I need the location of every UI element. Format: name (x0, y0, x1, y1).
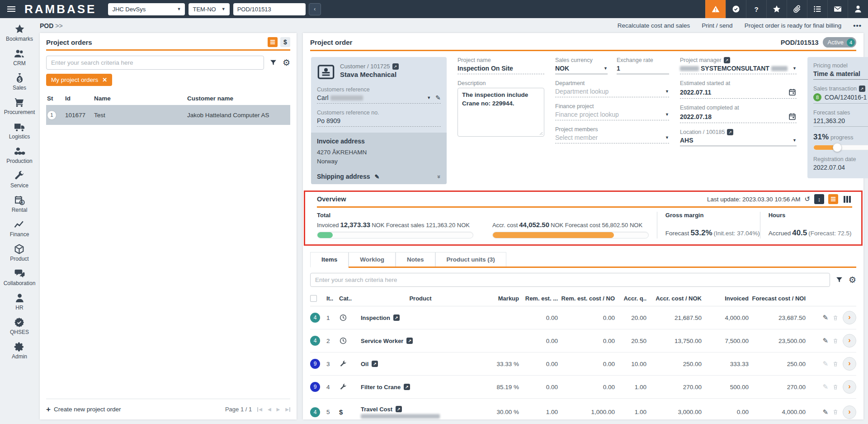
external-link-icon[interactable]: ↗ (727, 129, 733, 135)
sidebar-item-collaboration[interactable]: Collaboration (4, 268, 36, 286)
edit-icon[interactable]: ✎ (822, 360, 828, 368)
trash-icon[interactable] (832, 314, 839, 321)
trash-icon[interactable] (832, 384, 839, 391)
department-lookup[interactable]: Department lookup▼ (555, 88, 669, 97)
edit-icon[interactable]: ✎ (822, 383, 828, 391)
list-view-icon[interactable] (268, 37, 278, 47)
project-manager-select[interactable]: SYSTEMCONSULTANT▼ (680, 65, 797, 74)
mail-icon[interactable] (827, 0, 848, 18)
trash-icon[interactable] (832, 361, 839, 367)
sidebar-item-hr[interactable]: HR (14, 292, 25, 311)
pricing-model-select[interactable]: Time & material▼ (813, 70, 868, 80)
expand-row-button[interactable]: › (843, 357, 856, 371)
finance-project-lookup[interactable]: Finance project lookup▼ (555, 111, 669, 120)
sidebar-item-rental[interactable]: $Rental (12, 195, 28, 213)
edit-icon[interactable]: ✎ (374, 173, 379, 180)
sidebar-item-service[interactable]: Service (10, 170, 28, 189)
product-link[interactable]: Inspection (361, 314, 390, 321)
recalculate-action[interactable]: Recalculate cost and sales (618, 22, 690, 29)
table-row[interactable]: 4 1 Inspection↗ 0.00 0.00 20.00 21,687.5… (310, 306, 856, 329)
list-icon[interactable] (807, 0, 827, 18)
expand-row-button[interactable]: › (843, 311, 856, 324)
customers-reference-no-field[interactable]: Po 8909 (317, 117, 441, 127)
edit-icon[interactable]: ✎ (822, 408, 828, 416)
table-row[interactable]: 9 3 Oil↗ 33.33 % 0.00 0.00 10.00 250.00 … (310, 353, 856, 376)
trash-icon[interactable] (832, 409, 839, 415)
select-all-checkbox[interactable] (310, 295, 317, 302)
sidebar-item-crm[interactable]: CRM (13, 48, 25, 67)
edit-icon[interactable]: ✎ (822, 337, 828, 345)
more-actions-button[interactable]: ••• (853, 22, 862, 29)
columns-view-icon[interactable] (842, 194, 852, 204)
sidebar-item-bookmarks[interactable]: Bookmarks (6, 24, 33, 42)
tab-items[interactable]: Items (310, 252, 349, 268)
hamburger-menu-icon[interactable] (0, 0, 23, 18)
company-select[interactable]: TEM-NO▼ (189, 3, 229, 15)
close-icon[interactable]: ✕ (102, 76, 107, 83)
filter-icon[interactable] (269, 59, 277, 67)
project-name-field[interactable]: Inspection On Site (458, 65, 544, 74)
last-page-icon[interactable]: ▶ (285, 407, 290, 412)
external-link-icon[interactable]: ↗ (396, 406, 402, 412)
user-icon[interactable] (848, 0, 868, 18)
customer-link[interactable]: Customer / 101725 (340, 63, 390, 70)
description-field[interactable]: The inspection include Crane no: 229944. (458, 88, 544, 137)
gear-icon[interactable]: ⚙ (283, 58, 290, 67)
exchange-rate-field[interactable]: 1 (617, 65, 669, 74)
estimated-completed-field[interactable]: 2022.07.18 (680, 112, 797, 123)
system-select[interactable]: JHC DevSys▼ (108, 3, 185, 15)
tab-worklog[interactable]: Worklog (349, 252, 396, 267)
prev-page-icon[interactable]: ◀ (268, 407, 271, 412)
help-icon[interactable]: ? (746, 0, 766, 18)
external-link-icon[interactable]: ↗ (372, 361, 378, 367)
table-row[interactable]: 4 2 Service Worker↗ 0.00 0.00 20.50 13,7… (310, 329, 856, 353)
sales-currency-select[interactable]: NOK▼ (555, 65, 608, 74)
warning-icon[interactable] (705, 0, 726, 18)
dollar-view-icon[interactable]: $ (280, 37, 290, 47)
product-link[interactable]: Travel Cost (361, 406, 392, 413)
external-link-icon[interactable]: ↗ (724, 57, 730, 63)
product-link[interactable]: Filter to Crane (361, 384, 401, 391)
paperclip-icon[interactable] (787, 0, 807, 18)
trash-icon[interactable] (832, 338, 839, 344)
star-icon[interactable] (766, 0, 787, 18)
expand-row-button[interactable]: › (843, 405, 856, 419)
expand-row-button[interactable]: › (843, 380, 856, 394)
external-link-icon[interactable]: ↗ (406, 338, 413, 344)
table-row[interactable]: 1 101677 Test Jakob Hatteland Computer A… (46, 105, 290, 125)
filter-chip-my-project-orders[interactable]: My project orders✕ (46, 74, 112, 86)
gear-icon[interactable]: ⚙ (849, 276, 856, 284)
sidebar-item-product[interactable]: Product (10, 243, 28, 262)
verified-icon[interactable] (726, 0, 746, 18)
external-link-icon[interactable]: ↗ (404, 384, 410, 390)
chevron-down-icon[interactable]: ▼ (427, 95, 431, 100)
customers-reference-field[interactable]: Carl▼✎ (317, 94, 441, 104)
search-input[interactable] (46, 56, 264, 70)
sales-transaction-link[interactable]: 8COA/124016-1 (813, 93, 868, 104)
next-page-icon[interactable]: ▶ (277, 407, 280, 412)
edit-icon[interactable]: ✎ (822, 314, 828, 322)
sidebar-item-sales[interactable]: Sales (13, 72, 26, 91)
table-row[interactable]: 9 4 Filter to Crane↗ 85.19 % 0.00 0.00 1… (310, 376, 856, 399)
expand-row-button[interactable]: › (843, 334, 856, 348)
progress-slider[interactable] (813, 145, 868, 150)
back-button[interactable]: ‹ (309, 3, 321, 15)
sidebar-item-admin[interactable]: Admin (12, 341, 27, 360)
edit-icon[interactable]: ✎ (435, 94, 441, 101)
table-row[interactable]: 4 5 $ Travel Cost↗ 30.00 % 1.00 1,000.00… (310, 399, 856, 424)
items-search-input[interactable] (310, 273, 830, 287)
expand-icon[interactable]: ↕ (814, 194, 824, 204)
final-billing-action[interactable]: Project order is ready for final billing (745, 22, 842, 29)
sidebar-item-finance[interactable]: Finance (10, 219, 29, 238)
tab-notes[interactable]: Notes (396, 252, 435, 267)
slider-knob[interactable] (833, 143, 842, 152)
filter-icon[interactable] (835, 276, 843, 284)
product-link[interactable]: Service Worker (361, 338, 403, 344)
sidebar-item-production[interactable]: Production (6, 146, 32, 164)
list-view-icon[interactable] (828, 194, 838, 204)
first-page-icon[interactable]: ◀ (257, 407, 262, 412)
sidebar-item-qhses[interactable]: QHSES (10, 317, 29, 335)
calendar-icon[interactable] (788, 112, 797, 121)
expand-chevrons-icon[interactable]: » (436, 175, 443, 178)
calendar-icon[interactable] (788, 88, 797, 96)
